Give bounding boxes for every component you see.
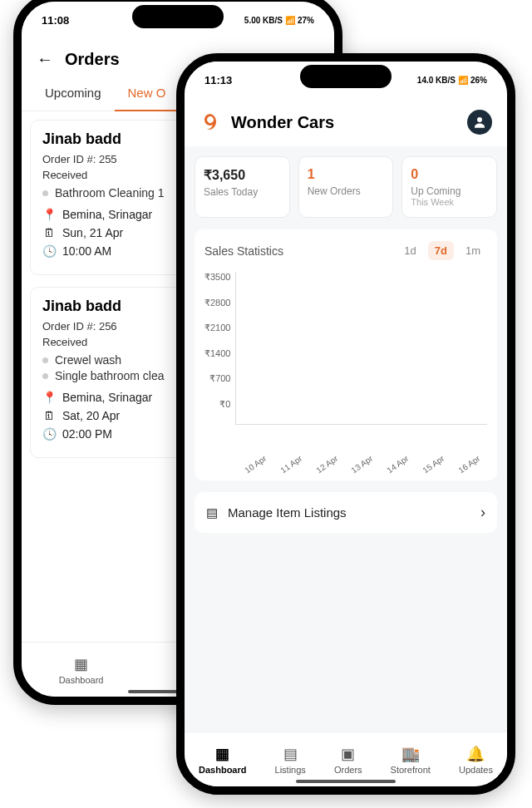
nav-storefront[interactable]: 🏬Storefront	[391, 745, 431, 775]
stat-label: Up Coming	[411, 185, 488, 197]
status-right: 5.00 KB/S 📶 27%	[244, 16, 314, 25]
status-net: 14.0 KB/S	[417, 76, 456, 85]
status-bar: 11:08 5.00 KB/S 📶 27%	[22, 2, 334, 38]
stat-sales-today[interactable]: ₹3,650 Sales Today	[195, 156, 290, 218]
notch	[300, 65, 392, 88]
dashboard-header: Wonder Cars	[185, 98, 507, 146]
store-name: Wonder Cars	[231, 113, 457, 132]
clipboard-icon: ▣	[341, 745, 355, 763]
nav-listings[interactable]: ▤Listings	[275, 745, 306, 775]
link-label: Manage Item Listings	[228, 505, 347, 520]
nav-updates[interactable]: 🔔Updates	[459, 745, 493, 775]
grid-icon: ▦	[74, 655, 88, 673]
nav-dashboard[interactable]: ▦Dashboard	[199, 745, 246, 775]
status-net: 5.00 KB/S	[244, 16, 283, 25]
nav-dashboard[interactable]: ▦Dashboard	[59, 655, 104, 685]
stat-upcoming[interactable]: 0 Up Coming This Week	[401, 156, 497, 218]
stat-value: ₹3,650	[204, 167, 281, 183]
status-right: 14.0 KB/S 📶 26%	[417, 76, 487, 85]
sales-statistics-panel: Sales Statistics 1d 7d 1m ₹3500 ₹2800 ₹2…	[195, 229, 497, 480]
tab-upcoming[interactable]: Upcoming	[32, 77, 115, 111]
range-picker: 1d 7d 1m	[397, 241, 487, 260]
dashboard-body: ₹3,650 Sales Today 1 New Orders 0 Up Com…	[185, 146, 507, 732]
nav-orders[interactable]: ▣Orders	[334, 745, 362, 775]
x-tick: 11 Apr	[278, 454, 303, 475]
chart-x-axis: 10 Apr11 Apr12 Apr13 Apr14 Apr15 Apr16 A…	[204, 460, 487, 469]
range-7d[interactable]: 7d	[428, 241, 454, 260]
x-tick: 15 Apr	[421, 454, 446, 475]
phone-dashboard: 11:13 14.0 KB/S 📶 26% Wonder Cars ₹3,650…	[176, 53, 515, 795]
stat-label: New Orders	[308, 185, 385, 197]
x-tick: 10 Apr	[243, 454, 268, 475]
status-battery: 27%	[298, 16, 314, 25]
bottom-nav: ▦Dashboard ▤Listings ▣Orders 🏬Storefront…	[185, 732, 507, 786]
list-icon: ▤	[206, 505, 218, 520]
grid-icon: ▦	[215, 745, 229, 763]
notch	[132, 5, 224, 28]
manage-listings-link[interactable]: ▤ Manage Item Listings ›	[195, 492, 497, 533]
chart-plot-area	[235, 272, 487, 425]
stat-sublabel: This Week	[411, 197, 488, 207]
back-arrow-icon[interactable]: ←	[37, 50, 53, 69]
page-title: Orders	[65, 50, 120, 69]
x-tick: 16 Apr	[456, 454, 481, 475]
home-indicator[interactable]	[296, 780, 396, 783]
status-battery: 26%	[470, 76, 487, 85]
chevron-right-icon: ›	[480, 504, 485, 521]
status-bar: 11:13 14.0 KB/S 📶 26%	[185, 62, 507, 98]
status-time: 11:08	[42, 14, 69, 27]
stat-value: 1	[308, 167, 385, 182]
chart-y-axis: ₹3500 ₹2800 ₹2100 ₹1400 ₹700 ₹0	[204, 272, 235, 425]
range-1d[interactable]: 1d	[397, 241, 422, 260]
pin-icon: 📍	[42, 391, 56, 404]
calendar-icon: 🗓	[42, 409, 56, 422]
pin-icon: 📍	[42, 208, 56, 221]
stats-row: ₹3,650 Sales Today 1 New Orders 0 Up Com…	[195, 156, 497, 218]
profile-button[interactable]	[467, 110, 492, 135]
svg-point-0	[477, 117, 482, 122]
clock-icon: 🕓	[42, 427, 56, 441]
stat-new-orders[interactable]: 1 New Orders	[298, 156, 394, 218]
calendar-icon: 🗓	[42, 226, 56, 239]
x-tick: 13 Apr	[350, 454, 375, 475]
tab-new-orders[interactable]: New O	[115, 77, 180, 111]
brand-logo-icon	[200, 111, 221, 133]
store-icon: 🏬	[401, 745, 420, 763]
panel-title: Sales Statistics	[204, 244, 283, 258]
sales-bar-chart: ₹3500 ₹2800 ₹2100 ₹1400 ₹700 ₹0	[204, 272, 487, 455]
status-time: 11:13	[204, 74, 232, 86]
bell-icon: 🔔	[466, 745, 485, 763]
list-icon: ▤	[283, 745, 298, 763]
x-tick: 12 Apr	[314, 454, 339, 475]
stat-value: 0	[411, 167, 488, 182]
stat-label: Sales Today	[204, 186, 281, 198]
clock-icon: 🕓	[42, 244, 56, 258]
range-1m[interactable]: 1m	[459, 241, 487, 260]
x-tick: 14 Apr	[386, 454, 411, 475]
